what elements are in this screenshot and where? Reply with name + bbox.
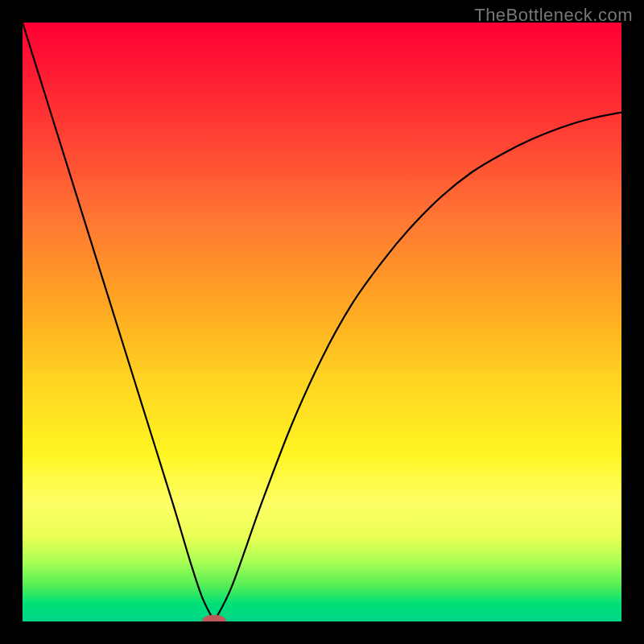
chart-frame: TheBottleneck.com	[0, 0, 644, 644]
watermark-text: TheBottleneck.com	[474, 5, 633, 26]
plot-area	[23, 23, 621, 621]
bottleneck-curve	[23, 23, 621, 621]
minimum-marker	[202, 615, 226, 621]
